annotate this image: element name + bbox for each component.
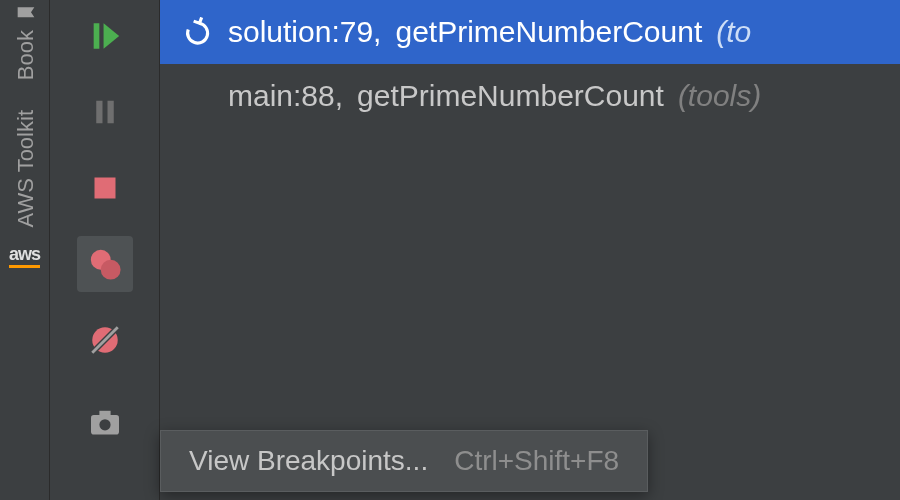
bookmark-icon xyxy=(16,0,36,25)
aws-toolkit-label: AWS Toolkit xyxy=(13,110,39,227)
frame-package: (tools) xyxy=(678,79,761,113)
svg-rect-0 xyxy=(93,23,99,49)
resume-button[interactable] xyxy=(77,8,133,64)
tooltip-label: View Breakpoints... xyxy=(189,445,428,477)
mute-breakpoints-button[interactable] xyxy=(77,312,133,368)
debugger-toolbar xyxy=(50,0,160,500)
tooltip-shortcut: Ctrl+Shift+F8 xyxy=(454,445,619,477)
tool-window-rail: Book AWS Toolkit aws xyxy=(0,0,50,500)
svg-rect-10 xyxy=(99,411,110,417)
bookmarks-toolwindow-tab[interactable]: Book xyxy=(13,2,39,80)
frame-method: getPrimeNumberCount xyxy=(395,15,702,49)
stop-icon xyxy=(91,174,119,202)
view-breakpoints-button[interactable] xyxy=(77,236,133,292)
frame-location: main:88, xyxy=(228,79,343,113)
camera-icon xyxy=(88,408,122,436)
snapshot-button[interactable] xyxy=(77,394,133,450)
stop-button[interactable] xyxy=(77,160,133,216)
tooltip: View Breakpoints... Ctrl+Shift+F8 xyxy=(160,430,648,492)
svg-rect-1 xyxy=(96,101,102,124)
pause-button[interactable] xyxy=(77,84,133,140)
play-icon xyxy=(88,19,122,53)
frame-location: solution:79, xyxy=(228,15,381,49)
svg-rect-3 xyxy=(94,178,115,199)
svg-rect-2 xyxy=(107,101,113,124)
breakpoints-icon xyxy=(88,247,122,281)
stack-frame-row[interactable]: solution:79, getPrimeNumberCount (to xyxy=(160,0,900,64)
stack-frame-row[interactable]: main:88, getPrimeNumberCount (tools) xyxy=(160,64,900,128)
frame-package: (to xyxy=(716,15,751,49)
bookmarks-label: Book xyxy=(13,30,39,80)
frames-panel: solution:79, getPrimeNumberCount (to mai… xyxy=(160,0,900,500)
frame-method: getPrimeNumberCount xyxy=(357,79,664,113)
aws-logo-icon: aws xyxy=(9,244,40,265)
pause-icon xyxy=(90,97,120,127)
svg-point-11 xyxy=(99,419,110,430)
mute-breakpoints-icon xyxy=(88,323,122,357)
aws-toolkit-toolwindow-tab[interactable]: AWS Toolkit xyxy=(13,110,39,227)
svg-point-5 xyxy=(100,260,120,280)
drop-frame-icon[interactable] xyxy=(180,15,214,49)
